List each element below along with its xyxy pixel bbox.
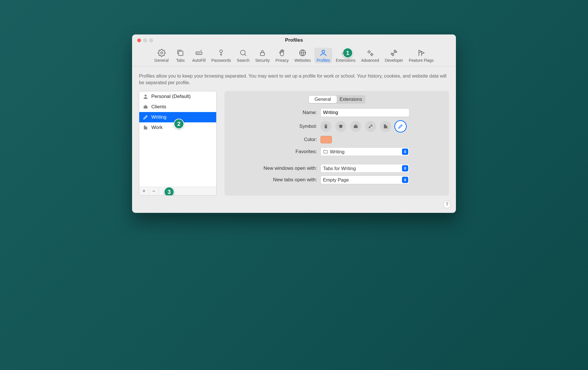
tabs-icon [176, 49, 184, 57]
folder-icon [323, 149, 328, 154]
label-name: Name: [231, 110, 317, 115]
graduation-icon [338, 124, 344, 129]
color-swatch[interactable] [320, 136, 332, 143]
search-icon [239, 49, 247, 57]
toolbar-general[interactable]: General [152, 48, 171, 63]
svg-point-11 [368, 51, 370, 53]
symbol-hammer[interactable] [365, 121, 376, 132]
svg-rect-16 [146, 127, 147, 130]
label-color: Color: [231, 137, 317, 142]
new-tabs-select[interactable]: Empty Page [320, 176, 409, 184]
symbol-graduation[interactable] [335, 121, 346, 132]
toolbar-websites[interactable]: Websites [292, 48, 313, 63]
tools-icon [390, 49, 398, 57]
profile-label: Clients [151, 104, 166, 110]
annotation-1: 1 [343, 48, 353, 58]
symbol-badge[interactable] [320, 121, 331, 132]
window-controls [137, 38, 153, 42]
flags-icon [417, 49, 425, 57]
toolbar-developer[interactable]: Developer [382, 48, 405, 63]
content-area: Profiles allow you to keep your browsing… [132, 66, 456, 213]
chevron-updown-icon [402, 149, 408, 155]
globe-icon [299, 49, 307, 57]
briefcase-icon [143, 104, 148, 110]
toolbar-label: Security [255, 58, 270, 63]
toolbar-search[interactable]: Search [235, 48, 252, 63]
profile-item-clients[interactable]: Clients [139, 102, 216, 112]
svg-rect-15 [144, 126, 146, 130]
toolbar-label: Profiles [317, 58, 330, 63]
minimize-window-button[interactable] [143, 38, 147, 42]
hammer-icon [368, 124, 374, 129]
window-title: Profiles [285, 37, 303, 43]
profile-label: Work [151, 125, 163, 130]
badge-icon [323, 124, 329, 129]
symbol-pencil[interactable] [395, 121, 406, 132]
row-color: Color: [231, 136, 443, 143]
svg-point-13 [145, 95, 147, 97]
new-windows-select[interactable]: Tabs for Writing [320, 164, 409, 173]
remove-profile-button[interactable]: − [149, 187, 159, 195]
hand-icon [278, 49, 286, 57]
svg-point-7 [240, 50, 245, 55]
toolbar-privacy[interactable]: Privacy [273, 48, 291, 63]
svg-rect-17 [325, 125, 327, 128]
svg-point-5 [200, 53, 200, 53]
toolbar-tabs[interactable]: Tabs [172, 48, 189, 63]
label-new-windows: New windows open with: [231, 165, 317, 171]
svg-point-18 [325, 125, 326, 126]
toolbar-label: Tabs [176, 58, 185, 63]
profiles-list: Personal (Default) Clients Writing Work [139, 91, 216, 187]
new-tabs-value: Empty Page [323, 177, 349, 183]
toolbar-passwords[interactable]: Passwords [209, 48, 233, 63]
svg-rect-21 [386, 126, 387, 128]
svg-point-3 [197, 53, 197, 53]
help-button[interactable]: ? [443, 201, 451, 208]
favorites-select[interactable]: Writing [320, 147, 409, 156]
toolbar-label: Feature Flags [409, 58, 434, 63]
gears-icon [366, 49, 374, 57]
svg-point-12 [371, 54, 373, 55]
svg-rect-19 [354, 126, 357, 128]
toolbar-label: Extensions [336, 58, 355, 63]
toolbar-label: Search [237, 58, 249, 63]
row-favorites: Favorites: Writing [231, 147, 443, 156]
row-symbol: Symbol: [231, 121, 443, 132]
titlebar: Profiles [132, 34, 456, 46]
add-profile-button[interactable]: + [139, 187, 149, 195]
toolbar-advanced[interactable]: Advanced [359, 48, 381, 63]
svg-point-0 [160, 52, 163, 54]
key-icon [217, 49, 225, 57]
label-favorites: Favorites: [231, 149, 317, 155]
toolbar-label: Passwords [211, 58, 231, 63]
label-symbol: Symbol: [231, 124, 317, 129]
annotation-3: 3 [164, 187, 174, 196]
seg-extensions[interactable]: Extensions [337, 96, 365, 103]
detail-segmented-control: General Extensions [308, 95, 365, 104]
zoom-window-button[interactable] [149, 38, 153, 42]
profiles-sidebar: Personal (Default) Clients Writing Work [139, 91, 216, 196]
toolbar-label: Websites [294, 58, 311, 63]
gear-icon [158, 49, 166, 57]
toolbar-label: Advanced [361, 58, 379, 63]
annotation-2: 2 [174, 119, 184, 129]
toolbar-security[interactable]: Security [253, 48, 272, 63]
building-icon [383, 124, 388, 129]
layout: Personal (Default) Clients Writing Work [139, 91, 449, 196]
seg-general[interactable]: General [309, 96, 337, 103]
symbol-briefcase[interactable] [350, 121, 361, 132]
symbol-building[interactable] [380, 121, 391, 132]
close-window-button[interactable] [137, 38, 141, 42]
svg-point-4 [198, 53, 199, 53]
svg-rect-20 [384, 125, 386, 128]
pencil-icon [143, 114, 148, 120]
toolbar-autofill[interactable]: AutoFill [190, 48, 208, 63]
toolbar-feature-flags[interactable]: Feature Flags [407, 48, 436, 63]
pencil-icon [398, 124, 403, 129]
lock-icon [258, 49, 266, 57]
svg-rect-1 [179, 51, 183, 55]
preferences-toolbar: General Tabs AutoFill Passwords Search S… [132, 46, 456, 66]
name-input[interactable] [320, 108, 409, 117]
profile-item-personal[interactable]: Personal (Default) [139, 91, 216, 102]
toolbar-profiles[interactable]: Profiles [314, 48, 332, 63]
